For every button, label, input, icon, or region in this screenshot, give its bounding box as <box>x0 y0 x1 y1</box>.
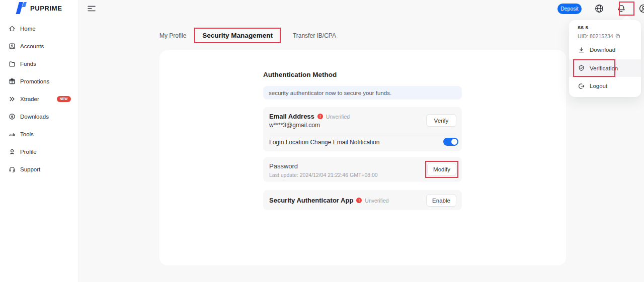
sidebar-item-accounts[interactable]: Accounts <box>0 37 78 55</box>
security-notice-text: security authenticator now to secure you… <box>269 90 391 96</box>
sidebar-item-label: Downloads <box>20 114 49 120</box>
user-menu: ss s UID: 80215234 Download Verification… <box>569 20 641 97</box>
email-title-row: Email Address ! Unverified <box>269 113 350 120</box>
email-status-badge: Unverified <box>326 114 350 120</box>
sidebar-item-promotions[interactable]: Promotions <box>0 72 78 90</box>
deposit-button[interactable]: Deposit <box>557 4 582 14</box>
sidebar-item-funds[interactable]: Funds <box>0 55 78 72</box>
download-icon <box>578 47 585 53</box>
authenticator-title: Security Authenticator App <box>269 197 353 204</box>
menu-toggle-icon[interactable] <box>87 5 96 13</box>
email-value: w****3@gmail.com <box>269 122 320 129</box>
profile-tabs: My Profile Security Management Transfer … <box>159 28 336 43</box>
brand-name: PUPRIME <box>30 5 62 12</box>
funds-icon <box>9 60 16 67</box>
menu-item-verification[interactable]: Verification <box>569 59 641 77</box>
email-section: Email Address ! Unverified w****3@gmail.… <box>263 107 462 151</box>
language-globe-icon[interactable] <box>595 4 604 13</box>
alert-icon: ! <box>356 198 362 203</box>
email-title: Email Address <box>269 113 314 120</box>
password-title: Password <box>269 162 298 170</box>
profile-icon <box>9 148 16 155</box>
authenticator-section: Security Authenticator App ! Unverified … <box>263 190 462 210</box>
modify-button[interactable]: Modify <box>427 163 456 176</box>
tab-security-management[interactable]: Security Management <box>202 32 273 39</box>
brand-logo: PUPRIME <box>15 2 62 15</box>
enable-button[interactable]: Enable <box>426 194 456 207</box>
tools-icon <box>9 131 16 138</box>
sidebar-item-label: Home <box>20 26 36 32</box>
menu-item-download[interactable]: Download <box>569 45 641 55</box>
verify-button[interactable]: Verify <box>426 114 456 127</box>
home-icon <box>9 25 16 32</box>
menu-item-logout[interactable]: Logout <box>569 81 641 91</box>
sidebar-item-label: Tools <box>20 131 34 137</box>
sidebar-item-profile[interactable]: Profile <box>0 143 78 160</box>
annotation-box-security-tab: Security Management <box>194 28 281 43</box>
user-uid-row: UID: 80215234 <box>578 33 620 39</box>
accounts-icon <box>9 43 16 50</box>
copy-icon[interactable] <box>615 34 620 39</box>
menu-item-label: Logout <box>590 83 607 89</box>
logout-icon <box>578 83 585 89</box>
sidebar-item-xtrader[interactable]: Xtrader NEW <box>0 90 78 108</box>
authenticator-status-badge: Unverified <box>365 198 388 204</box>
sidebar-item-label: Profile <box>20 149 37 155</box>
sidebar-item-tools[interactable]: Tools <box>0 125 78 143</box>
sidebar-item-label: Accounts <box>20 43 44 49</box>
tab-transfer-ib-cpa[interactable]: Transfer IB/CPA <box>293 28 336 43</box>
security-notice-banner: security authenticator now to secure you… <box>263 86 462 100</box>
new-badge: NEW <box>57 96 71 102</box>
sidebar-nav: Home Accounts Funds Promotions Xtrader N… <box>0 20 78 178</box>
promotions-icon <box>9 78 16 85</box>
divider <box>269 134 456 134</box>
user-uid: UID: 80215234 <box>578 33 613 39</box>
user-name: ss s <box>578 24 588 30</box>
password-section: Password Last update: 2024/12/04 21:22:4… <box>263 157 462 182</box>
sidebar: PUPRIME Home Accounts Funds Promotions X… <box>0 0 79 282</box>
support-icon <box>9 166 16 173</box>
annotation-box-avatar <box>619 2 634 16</box>
page-title: Authentication Method <box>263 71 337 78</box>
content-card: Authentication Method security authentic… <box>159 50 566 265</box>
tab-my-profile[interactable]: My Profile <box>159 28 186 43</box>
downloads-icon <box>9 113 16 120</box>
login-notification-label: Login Location Change Email Notification <box>269 139 379 146</box>
login-notification-toggle[interactable] <box>443 138 458 146</box>
menu-item-label: Verification <box>590 65 618 71</box>
sidebar-item-label: Xtrader <box>20 96 39 102</box>
sidebar-item-label: Support <box>20 166 40 172</box>
alert-icon: ! <box>317 114 323 119</box>
password-last-update: Last update: 2024/12/04 21:22:46 GMT+08:… <box>269 172 378 178</box>
menu-item-label: Download <box>590 47 615 53</box>
sidebar-item-support[interactable]: Support <box>0 160 78 178</box>
user-avatar-icon[interactable] <box>639 4 644 13</box>
annotation-box-modify: Modify <box>425 161 458 178</box>
sidebar-item-home[interactable]: Home <box>0 20 78 37</box>
sidebar-item-label: Funds <box>20 61 36 67</box>
sidebar-item-downloads[interactable]: Downloads <box>0 108 78 125</box>
toggle-knob <box>451 139 457 145</box>
brand-logo-icon <box>15 2 27 15</box>
sidebar-item-label: Promotions <box>20 78 49 84</box>
shield-check-icon <box>578 65 585 71</box>
xtrader-icon <box>9 96 16 103</box>
authenticator-title-row: Security Authenticator App ! Unverified <box>269 197 389 204</box>
